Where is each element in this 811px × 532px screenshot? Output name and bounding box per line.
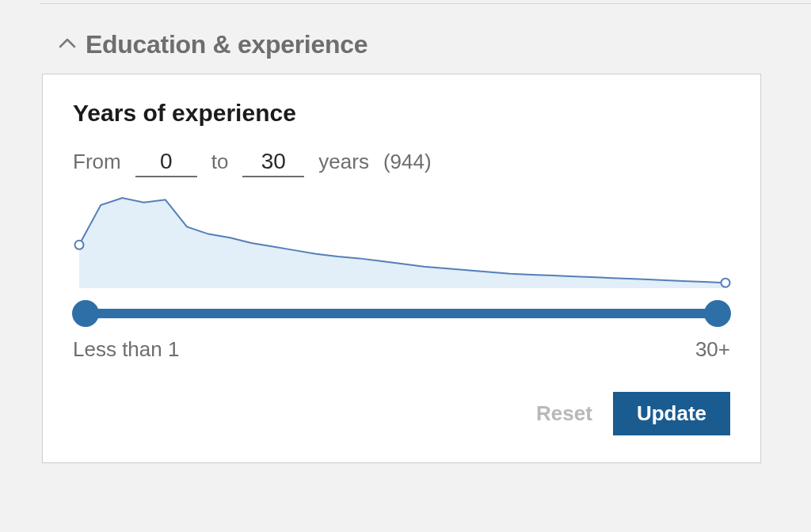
slider-min-label: Less than 1 xyxy=(73,337,179,362)
section-header-education-experience[interactable]: Education & experience xyxy=(59,30,367,59)
card-title: Years of experience xyxy=(73,100,730,127)
range-slider[interactable] xyxy=(73,298,730,329)
years-label: years xyxy=(318,150,369,174)
card-actions: Reset Update xyxy=(73,392,730,435)
range-summary: From 0 to 30 years (944) xyxy=(73,149,730,177)
slider-handle-min[interactable] xyxy=(72,300,99,327)
from-label: From xyxy=(73,150,121,174)
from-input[interactable]: 0 xyxy=(135,149,197,177)
top-divider xyxy=(40,3,811,4)
reset-button[interactable]: Reset xyxy=(533,397,596,431)
slider-track xyxy=(86,309,718,318)
svg-point-0 xyxy=(75,241,84,249)
update-button[interactable]: Update xyxy=(613,392,730,435)
section-title: Education & experience xyxy=(86,30,367,59)
chevron-up-icon xyxy=(59,38,76,52)
years-of-experience-card: Years of experience From 0 to 30 years (… xyxy=(42,74,761,463)
slider-max-label: 30+ xyxy=(695,337,730,362)
result-count: (944) xyxy=(383,150,432,174)
distribution-chart xyxy=(73,193,730,294)
from-value: 0 xyxy=(160,149,173,173)
slider-labels: Less than 1 30+ xyxy=(73,337,730,362)
svg-point-1 xyxy=(722,279,730,287)
to-value: 30 xyxy=(261,149,286,173)
to-input[interactable]: 30 xyxy=(242,149,304,177)
to-label: to xyxy=(211,150,229,174)
slider-handle-max[interactable] xyxy=(704,300,731,327)
